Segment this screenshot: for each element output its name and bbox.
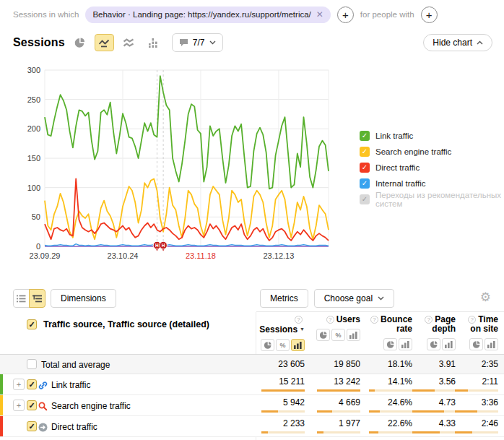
remove-filter-icon[interactable]: ✕ xyxy=(316,10,323,19)
line-chart-icon xyxy=(98,38,110,48)
metric-column-label[interactable]: Page depth xyxy=(432,314,456,334)
line-chart-type-button[interactable] xyxy=(95,34,114,51)
columns-chart-type-button[interactable] xyxy=(144,34,163,51)
metric-cell: 24.6% xyxy=(362,395,414,415)
row-label[interactable]: Total and average xyxy=(41,360,110,370)
choose-goal-button[interactable]: Choose goal xyxy=(314,289,394,308)
percent-display-toggle[interactable]: % xyxy=(276,339,290,351)
metric-bar xyxy=(317,431,360,433)
legend-checkbox[interactable]: ✓ xyxy=(360,147,370,157)
metric-column-label[interactable]: Users xyxy=(336,314,360,324)
stacked-chart-type-button[interactable] xyxy=(119,34,139,51)
bars-display-toggle[interactable] xyxy=(442,338,456,350)
annotations-dropdown[interactable]: 7/7 xyxy=(172,33,223,52)
metric-value: 2:11 xyxy=(482,377,498,387)
metric-help-icon[interactable]: ? xyxy=(295,316,303,324)
metrica-report-page: Sessions in which Behavior · Landing pag… xyxy=(0,0,504,440)
metric-cell: 2:11 xyxy=(457,374,500,394)
metric-column-label[interactable]: Sessions xyxy=(259,324,297,335)
legend-label: Переходы из рекомендательных систем xyxy=(375,191,504,208)
metric-cell: 3.91 xyxy=(414,355,457,374)
legend-item[interactable]: ✓Internal traffic xyxy=(360,178,504,189)
row-metrics: 2 2331 97722.6%4.332:46 xyxy=(256,416,504,436)
legend-item[interactable]: ✓Search engine traffic xyxy=(360,146,504,158)
legend-checkbox[interactable]: ✓ xyxy=(360,131,370,141)
legend-item[interactable]: ✓Direct traffic xyxy=(360,162,504,173)
stacked-chart-icon xyxy=(123,38,134,48)
row-label[interactable]: Direct traffic xyxy=(51,422,97,432)
dimensions-button[interactable]: Dimensions xyxy=(51,289,116,308)
svg-text:23.12.13: 23.12.13 xyxy=(263,251,294,260)
row-label[interactable]: Link traffic xyxy=(51,380,90,390)
legend-checkbox[interactable]: ✓ xyxy=(360,178,370,189)
sessions-chart: 05010015020025030023.09.2923.10.2423.11.… xyxy=(0,61,504,267)
traffic-source-row: ✓Direct traffic2 2331 97722.6%4.332:46 xyxy=(0,416,504,437)
metrics-button[interactable]: Metrics xyxy=(260,289,308,308)
pie-display-toggle[interactable] xyxy=(469,338,483,350)
behavior-filter-chip[interactable]: Behavior · Landing page: https://yandex.… xyxy=(85,7,330,23)
row-checkbox[interactable]: ✓ xyxy=(27,421,37,431)
tree-list-icon xyxy=(32,295,42,303)
metric-cell: 23 605 xyxy=(256,355,306,374)
expand-row-button[interactable]: + xyxy=(13,400,25,411)
pie-display-toggle[interactable] xyxy=(261,339,274,351)
row-checkbox[interactable]: ✓ xyxy=(27,379,37,389)
direct-icon xyxy=(38,422,48,431)
tree-view-button[interactable] xyxy=(29,289,45,308)
metric-bar xyxy=(455,410,498,413)
metric-bar xyxy=(412,410,456,413)
row-label[interactable]: Search engine traffic xyxy=(51,401,131,411)
metric-cell: 2:35 xyxy=(457,355,500,374)
bars-display-toggle[interactable] xyxy=(485,338,498,350)
hide-chart-button[interactable]: Hide chart xyxy=(423,34,492,51)
metric-column-label[interactable]: Bounce rate xyxy=(381,314,412,334)
metric-help-icon[interactable]: ? xyxy=(425,316,433,324)
metric-cell: 3:36 xyxy=(457,395,500,415)
row-color-stripe xyxy=(0,416,3,436)
sort-desc-icon: ▼ xyxy=(300,327,305,332)
legend-item[interactable]: ✓Link traffic xyxy=(360,130,504,142)
percent-display-toggle[interactable]: % xyxy=(331,329,345,341)
metric-cell: 19 850 xyxy=(306,355,362,374)
pie-chart-icon xyxy=(74,38,85,48)
row-metrics: 15 21113 24214.1%3.562:11 xyxy=(256,374,504,394)
bars-display-toggle[interactable] xyxy=(399,338,412,350)
svg-text:23.11.18: 23.11.18 xyxy=(186,251,216,260)
metric-help-icon[interactable]: ? xyxy=(468,316,476,324)
settings-gear-icon[interactable]: ⚙ xyxy=(480,291,491,303)
metric-value: 4.73 xyxy=(439,398,456,407)
legend-label: Direct traffic xyxy=(375,163,420,172)
holiday-marker[interactable]: Н xyxy=(160,241,168,251)
metric-bar xyxy=(455,431,498,433)
chart-legend: ✓Link traffic✓Search engine traffic✓Dire… xyxy=(360,130,504,205)
metric-bar xyxy=(455,389,498,392)
metric-value: 4.33 xyxy=(439,419,456,428)
chevron-up-icon xyxy=(477,40,483,45)
dimension-header: ✓ Traffic source, Traffic source (detail… xyxy=(0,312,256,354)
legend-checkbox[interactable]: ✓ xyxy=(360,163,370,173)
expand-row-button[interactable]: + xyxy=(13,379,25,390)
pie-display-toggle[interactable] xyxy=(427,338,440,350)
row-checkbox[interactable]: ✓ xyxy=(27,400,37,410)
bars-display-toggle[interactable] xyxy=(291,339,305,351)
search-icon xyxy=(38,401,48,410)
traffic-source-row: +✓Link traffic15 21113 24214.1%3.562:11 xyxy=(0,374,504,395)
legend-item: ✓Переходы из рекомендательных систем xyxy=(360,194,504,205)
svg-text:Н: Н xyxy=(162,243,165,248)
pie-chart-type-button[interactable] xyxy=(70,34,90,51)
metric-help-icon[interactable]: ? xyxy=(370,316,378,324)
row-checkbox[interactable] xyxy=(27,359,37,369)
add-session-condition-button[interactable]: + xyxy=(337,7,354,23)
bars-display-toggle[interactable] xyxy=(347,329,360,341)
hide-chart-label: Hide chart xyxy=(433,38,472,48)
chevron-down-icon xyxy=(378,296,384,301)
metrics-header: ?Sessions▼%?Users%?Bounce rate?Page dept… xyxy=(256,315,504,351)
select-all-checkbox[interactable]: ✓ xyxy=(27,319,37,329)
metric-cell: 1 977 xyxy=(306,416,362,436)
pie-display-toggle[interactable] xyxy=(383,338,397,350)
metric-help-icon[interactable]: ? xyxy=(326,316,334,324)
line-chart-canvas[interactable]: 05010015020025030023.09.2923.10.2423.11.… xyxy=(0,61,339,267)
add-people-condition-button[interactable]: + xyxy=(421,7,438,23)
flat-list-view-button[interactable] xyxy=(13,289,30,308)
pie-display-toggle[interactable] xyxy=(316,329,330,341)
